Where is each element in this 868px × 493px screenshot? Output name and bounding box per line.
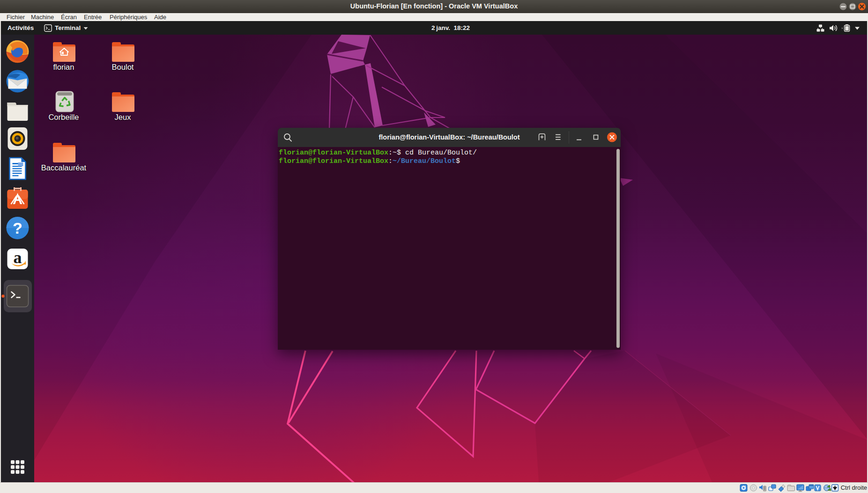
svg-text:a: a	[14, 248, 22, 267]
svg-text:?: ?	[13, 219, 22, 237]
